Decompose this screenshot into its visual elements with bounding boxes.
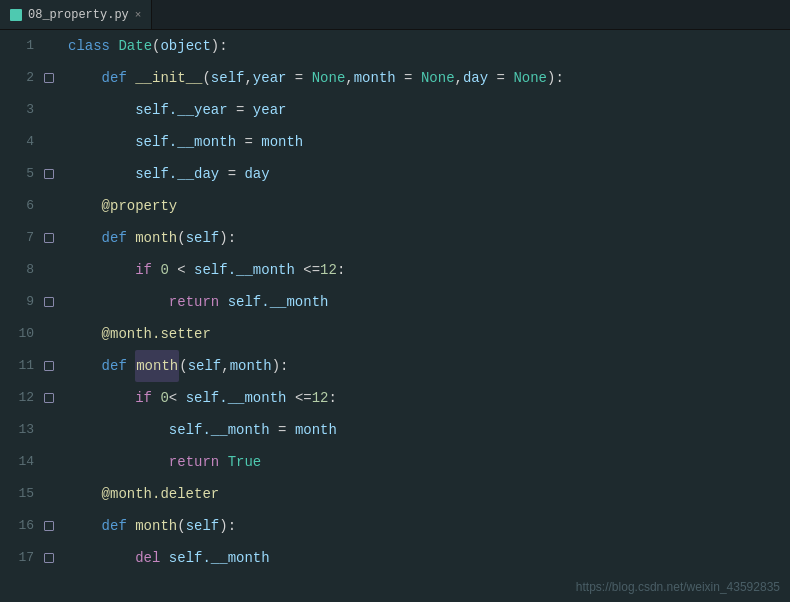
tab-close-button[interactable]: × <box>135 9 142 21</box>
keyword-def-16: def <box>102 510 136 542</box>
code-line-9: return self.__month <box>68 286 780 318</box>
keyword-def-2: def <box>102 62 136 94</box>
line-num-14: 14 <box>0 446 34 478</box>
line-num-15: 15 <box>0 478 34 510</box>
attr-self-year: self.__year <box>135 94 227 126</box>
decorator-property: @property <box>102 190 178 222</box>
line-num-7: 7 <box>0 222 34 254</box>
num-12-8: 12 <box>320 254 337 286</box>
indent-10 <box>68 318 102 350</box>
indent-11 <box>68 350 102 382</box>
code-area[interactable]: class Date(object): def __init__(self,ye… <box>58 30 790 602</box>
attr-self-month-8: self.__month <box>194 254 295 286</box>
keyword-return-9: return <box>169 286 228 318</box>
code-line-14: return True <box>68 446 780 478</box>
indent-8 <box>68 254 135 286</box>
gutter <box>40 30 58 602</box>
gutter-8 <box>40 254 58 286</box>
line-num-17: 17 <box>0 542 34 574</box>
code-line-17: del self.__month <box>68 542 780 574</box>
line-num-2: 2 <box>0 62 34 94</box>
eq-5: = <box>219 158 244 190</box>
fn-month-11-highlight: month <box>135 350 179 382</box>
paren-open-1: ( <box>152 30 160 62</box>
eq-2c: = <box>488 62 513 94</box>
gutter-16[interactable] <box>40 510 58 542</box>
line-num-16: 16 <box>0 510 34 542</box>
line-num-4: 4 <box>0 126 34 158</box>
keyword-del-17: del <box>135 542 169 574</box>
code-line-16: def month(self): <box>68 510 780 542</box>
breakpoint-12 <box>44 393 54 403</box>
indent-3 <box>68 94 135 126</box>
eq-2a: = <box>286 62 311 94</box>
gutter-12[interactable] <box>40 382 58 414</box>
paren-close-2: ): <box>547 62 564 94</box>
keyword-return-14: return <box>169 446 228 478</box>
gutter-10 <box>40 318 58 350</box>
param-self-2: self <box>211 62 245 94</box>
keyword-def-11: def <box>102 350 136 382</box>
breakpoint-16 <box>44 521 54 531</box>
code-line-8: if 0 < self.__month <=12: <box>68 254 780 286</box>
line-num-13: 13 <box>0 414 34 446</box>
code-line-11: def month(self,month): <box>68 350 780 382</box>
decorator-month-deleter: @month.deleter <box>102 478 220 510</box>
var-month-4: month <box>261 126 303 158</box>
line-num-12: 12 <box>0 382 34 414</box>
indent-9 <box>68 286 169 318</box>
num-0-8: 0 <box>160 254 168 286</box>
class-name-date: Date <box>118 30 152 62</box>
tab-label: 08_property.py <box>28 8 129 22</box>
comma-11: , <box>221 350 229 382</box>
var-day-5: day <box>244 158 269 190</box>
class-base-object: object <box>160 30 210 62</box>
gutter-13 <box>40 414 58 446</box>
gutter-11[interactable] <box>40 350 58 382</box>
param-self-7: self <box>186 222 220 254</box>
code-line-13: self.__month = month <box>68 414 780 446</box>
gutter-17[interactable] <box>40 542 58 574</box>
gutter-5[interactable] <box>40 158 58 190</box>
gutter-3 <box>40 94 58 126</box>
line-num-6: 6 <box>0 190 34 222</box>
breakpoint-9 <box>44 297 54 307</box>
op-lt-12: < <box>169 382 186 414</box>
attr-self-month-13: self.__month <box>169 414 270 446</box>
param-year: year <box>253 62 287 94</box>
num-12-12: 12 <box>312 382 329 414</box>
code-line-10: @month.setter <box>68 318 780 350</box>
code-line-7: def month(self): <box>68 222 780 254</box>
file-icon <box>10 9 22 21</box>
indent-4 <box>68 126 135 158</box>
breakpoint-7 <box>44 233 54 243</box>
indent-7 <box>68 222 102 254</box>
gutter-7[interactable] <box>40 222 58 254</box>
gutter-9[interactable] <box>40 286 58 318</box>
breakpoint-11 <box>44 361 54 371</box>
gutter-6 <box>40 190 58 222</box>
gutter-2[interactable] <box>40 62 58 94</box>
keyword-if-12: if <box>135 382 160 414</box>
comma-2c: , <box>455 62 463 94</box>
code-line-4: self.__month = month <box>68 126 780 158</box>
keyword-if-8: if <box>135 254 160 286</box>
editor-area: 1 2 3 4 5 6 7 8 9 10 11 12 13 14 15 16 1… <box>0 30 790 602</box>
eq-13: = <box>270 414 295 446</box>
gutter-15 <box>40 478 58 510</box>
decorator-month-setter: @month.setter <box>102 318 211 350</box>
watermark: https://blog.csdn.net/weixin_43592835 <box>576 580 780 594</box>
paren-11: ( <box>179 350 187 382</box>
none-year: None <box>312 62 346 94</box>
code-line-6: @property <box>68 190 780 222</box>
fn-month-16: month <box>135 510 177 542</box>
comma-2b: , <box>345 62 353 94</box>
tab-08-property[interactable]: 08_property.py × <box>0 0 152 29</box>
paren-16: ( <box>177 510 185 542</box>
eq-4: = <box>236 126 261 158</box>
var-year-3: year <box>253 94 287 126</box>
code-line-1: class Date(object): <box>68 30 780 62</box>
breakpoint-5 <box>44 169 54 179</box>
indent-12 <box>68 382 135 414</box>
param-self-11: self <box>188 350 222 382</box>
